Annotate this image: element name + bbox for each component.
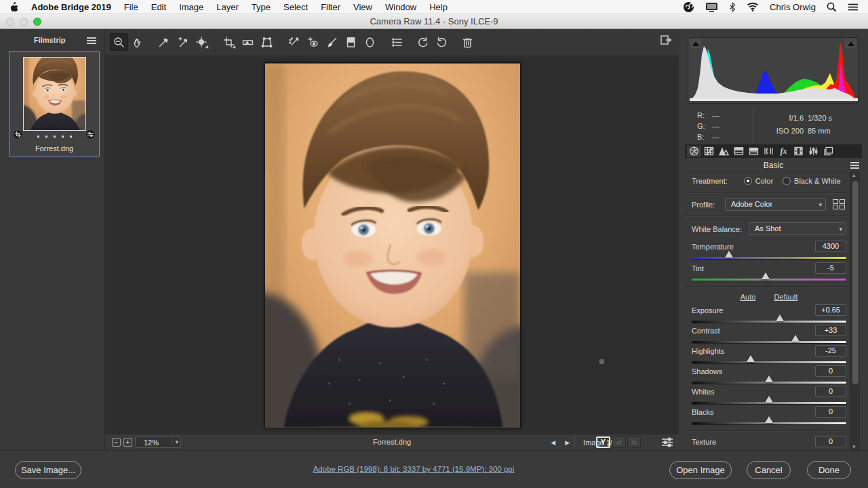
- tab-tone-curve[interactable]: [702, 146, 716, 157]
- slider-track[interactable]: [692, 321, 846, 323]
- histogram[interactable]: [688, 37, 859, 104]
- graduated-filter-tool-icon[interactable]: [342, 33, 360, 51]
- tab-effects[interactable]: fx: [776, 146, 791, 157]
- zoom-tool-icon[interactable]: [110, 33, 128, 51]
- rotate-right-tool-icon[interactable]: [433, 33, 451, 51]
- slider-thumb[interactable]: [765, 396, 773, 403]
- auto-link[interactable]: Auto: [741, 293, 756, 301]
- black-white-radio[interactable]: [783, 177, 791, 185]
- menu-item-file[interactable]: File: [124, 2, 138, 12]
- slider-thumb[interactable]: [747, 355, 755, 362]
- white-balance-select[interactable]: As Shot ▾: [749, 222, 846, 235]
- slider-thumb[interactable]: [765, 416, 773, 423]
- tab-split-toning[interactable]: [747, 146, 761, 157]
- slider-value-input[interactable]: 0: [815, 406, 846, 418]
- apple-menu-icon[interactable]: [9, 2, 18, 12]
- slider-thumb[interactable]: [725, 251, 733, 258]
- menu-app-name[interactable]: Adobe Bridge 2019: [31, 2, 111, 12]
- wifi-icon[interactable]: [747, 2, 759, 12]
- spot-removal-tool-icon[interactable]: [285, 33, 303, 51]
- next-image-button[interactable]: ▶: [560, 439, 574, 446]
- color-radio-label[interactable]: Color: [755, 177, 773, 185]
- menu-item-image[interactable]: Image: [179, 2, 203, 12]
- menu-item-filter[interactable]: Filter: [321, 2, 340, 12]
- display-status-icon[interactable]: [705, 2, 718, 12]
- scrollbar-thumb[interactable]: [852, 181, 859, 384]
- slider-thumb[interactable]: [762, 272, 770, 279]
- user-menu[interactable]: Chris Orwig: [770, 2, 816, 12]
- slider-thumb[interactable]: [765, 375, 773, 382]
- slider-value-input[interactable]: -25: [815, 345, 846, 357]
- filmstrip-thumbnail[interactable]: Forrest.dng: [9, 51, 100, 157]
- profile-select[interactable]: Adobe Color ▾: [725, 198, 826, 211]
- shadow-clipping-toggle-icon[interactable]: [690, 39, 701, 48]
- slider-value-input[interactable]: 4300: [815, 241, 846, 252]
- menu-item-view[interactable]: View: [353, 2, 372, 12]
- scroll-down-icon[interactable]: ▾: [852, 443, 856, 450]
- menu-item-edit[interactable]: Edit: [151, 2, 166, 12]
- slider-value-input[interactable]: 0: [815, 386, 846, 397]
- rating-dots[interactable]: [9, 136, 99, 138]
- delete-tool-icon[interactable]: [458, 33, 477, 51]
- toggle-fullscreen-icon[interactable]: [660, 34, 672, 49]
- preview-photo[interactable]: [264, 62, 521, 428]
- save-image-button[interactable]: Save Image...: [15, 461, 81, 479]
- menu-item-window[interactable]: Window: [385, 2, 416, 12]
- menu-item-select[interactable]: Select: [283, 2, 308, 12]
- thumbnail-image[interactable]: [23, 57, 86, 131]
- slider-track[interactable]: [692, 279, 846, 281]
- scroll-up-icon[interactable]: ▴: [852, 171, 856, 178]
- slider-track[interactable]: [692, 257, 846, 259]
- slider-track[interactable]: [692, 382, 846, 384]
- straighten-tool-icon[interactable]: [239, 33, 257, 51]
- targeted-adjustment-tool-icon[interactable]: [193, 33, 211, 51]
- creative-cloud-icon[interactable]: [683, 1, 694, 13]
- tab-hsl-grayscale[interactable]: [732, 146, 746, 157]
- black-white-radio-label[interactable]: Black & White: [794, 177, 840, 185]
- tab-detail[interactable]: [717, 146, 731, 157]
- slider-track[interactable]: [692, 422, 846, 424]
- cancel-button[interactable]: Cancel: [747, 461, 791, 479]
- color-radio[interactable]: [744, 177, 752, 185]
- adjustment-brush-tool-icon[interactable]: [323, 33, 341, 51]
- filmstrip-menu-icon[interactable]: [87, 37, 96, 45]
- image-canvas[interactable]: [105, 56, 679, 434]
- slider-track[interactable]: [692, 361, 846, 363]
- hand-tool-icon[interactable]: [129, 33, 147, 51]
- panel-scrollbar[interactable]: ▴ ▾: [850, 171, 860, 450]
- slider-thumb[interactable]: [791, 335, 800, 342]
- white-balance-tool-icon[interactable]: [155, 33, 173, 51]
- crop-tool-icon[interactable]: [220, 33, 238, 51]
- tab-camera-calibration[interactable]: [791, 146, 806, 157]
- workflow-options-link[interactable]: Adobe RGB (1998); 8 bit; 3337 by 4771 (1…: [264, 465, 563, 473]
- preferences-tool-icon[interactable]: [388, 33, 406, 51]
- spotlight-search-icon[interactable]: [827, 2, 837, 12]
- tab-snapshots[interactable]: [821, 146, 835, 157]
- slider-value-input[interactable]: 0: [815, 365, 846, 377]
- previous-image-button[interactable]: ◀: [546, 439, 560, 446]
- tab-basic[interactable]: [687, 146, 701, 157]
- red-eye-tool-icon[interactable]: [304, 33, 322, 51]
- preview-preferences-icon[interactable]: [661, 437, 673, 449]
- slider-track[interactable]: [692, 402, 846, 404]
- rotate-left-tool-icon[interactable]: [414, 33, 432, 51]
- slider-value-input[interactable]: -5: [815, 262, 846, 274]
- notification-center-icon[interactable]: [848, 3, 859, 12]
- slider-value-input[interactable]: +0.65: [815, 304, 846, 316]
- menu-item-help[interactable]: Help: [429, 2, 448, 12]
- tab-lens-corrections[interactable]: [762, 146, 776, 157]
- slider-value-input[interactable]: +33: [815, 325, 846, 336]
- before-after-toggle-button[interactable]: Y▾: [596, 436, 610, 448]
- bluetooth-icon[interactable]: [729, 2, 736, 12]
- done-button[interactable]: Done: [807, 461, 851, 479]
- open-image-button[interactable]: Open Image: [669, 461, 732, 479]
- tab-presets[interactable]: [806, 146, 821, 157]
- profile-browser-icon[interactable]: [831, 198, 846, 211]
- default-link[interactable]: Default: [774, 293, 797, 301]
- radial-filter-tool-icon[interactable]: [361, 33, 379, 51]
- slider-track[interactable]: [692, 341, 846, 343]
- basic-panel-menu-icon[interactable]: [850, 162, 859, 170]
- slider-value-input[interactable]: 0: [815, 436, 846, 447]
- menu-item-layer[interactable]: Layer: [216, 2, 239, 12]
- highlight-clipping-toggle-icon[interactable]: [845, 39, 856, 48]
